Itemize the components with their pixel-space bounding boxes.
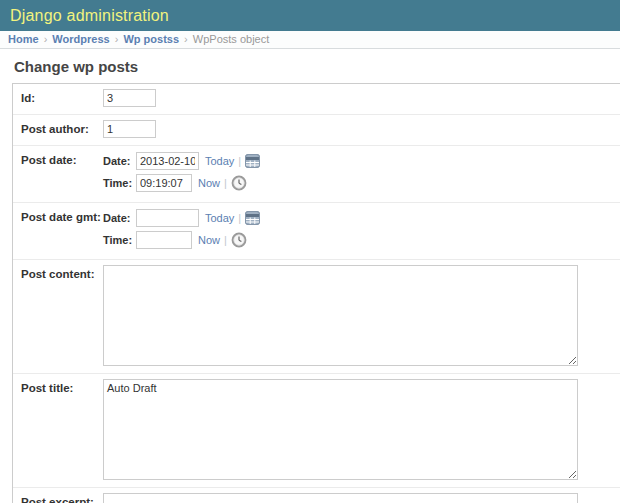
shortcut-separator: | [224,234,227,246]
form-row-id: Id: [13,84,620,115]
post-author-field [103,120,620,138]
breadcrumb-current-object: WpPosts object [193,33,269,45]
id-input[interactable] [103,89,156,107]
post-excerpt-label: Post excerpt: [21,493,103,503]
id-field [103,89,620,107]
post-content-textarea[interactable] [103,265,578,366]
post-date-gmt-date-line: Date: Today | [103,208,620,227]
post-author-input[interactable] [103,120,156,138]
form-module: Id: Post author: Post date: [12,83,620,503]
form-row-post-author: Post author: [13,115,620,146]
post-date-gmt-date-input[interactable] [136,209,199,227]
form-row-post-date: Post date: Date: Today | [13,146,620,203]
post-date-gmt-time-input[interactable] [136,231,192,249]
post-title-textarea[interactable]: Auto Draft [103,379,578,480]
time-sublabel: Time: [103,234,136,246]
post-date-gmt-field: Date: Today | [103,208,620,252]
post-excerpt-field [103,493,620,503]
post-date-gmt-now-link[interactable]: Now [198,234,220,246]
post-author-label: Post author: [21,120,103,138]
post-date-gmt-label: Post date gmt: [21,208,103,252]
breadcrumb-model-link[interactable]: Wp postss [123,33,179,45]
post-date-now-link[interactable]: Now [198,177,220,189]
post-date-today-link[interactable]: Today [205,155,234,167]
page-title: Change wp posts [14,58,620,75]
post-content-label: Post content: [21,265,103,366]
clock-icon[interactable] [231,175,247,191]
form-row-post-content: Post content: [13,260,620,374]
breadcrumb-app-link[interactable]: Wordpress [52,33,109,45]
breadcrumb-separator: › [184,33,188,45]
shortcut-separator: | [224,177,227,189]
form-row-post-date-gmt: Post date gmt: Date: Today | [13,203,620,260]
breadcrumb: Home › Wordpress › Wp postss › WpPosts o… [0,31,620,49]
app-header: Django administration [0,0,620,31]
post-date-time-input[interactable] [136,174,192,192]
change-form: Id: Post author: Post date: [12,83,620,503]
breadcrumb-home-link[interactable]: Home [8,33,39,45]
date-sublabel: Date: [103,155,136,167]
post-date-field: Date: Today | [103,151,620,195]
shortcut-separator: | [238,155,241,167]
post-title-field: Auto Draft [103,379,620,480]
content-area: Change wp posts Id: Post author: [0,49,620,503]
form-row-post-title: Post title: Auto Draft [13,374,620,488]
post-date-time-line: Time: Now | [103,173,620,192]
post-date-date-line: Date: Today | [103,151,620,170]
calendar-icon[interactable] [245,153,260,168]
id-label: Id: [21,89,103,107]
breadcrumb-separator: › [115,33,119,45]
breadcrumb-separator: › [44,33,48,45]
post-date-date-input[interactable] [136,152,199,170]
shortcut-separator: | [238,212,241,224]
django-admin-page: Django administration Home › Wordpress ›… [0,0,620,503]
form-row-post-excerpt: Post excerpt: [13,488,620,503]
post-date-gmt-today-link[interactable]: Today [205,212,234,224]
clock-icon[interactable] [231,232,247,248]
post-title-label: Post title: [21,379,103,480]
calendar-icon[interactable] [245,210,260,225]
post-content-field [103,265,620,366]
time-sublabel: Time: [103,177,136,189]
post-date-label: Post date: [21,151,103,195]
post-date-gmt-time-line: Time: Now | [103,230,620,249]
site-title: Django administration [10,7,169,25]
date-sublabel: Date: [103,212,136,224]
post-excerpt-textarea[interactable] [103,493,578,503]
